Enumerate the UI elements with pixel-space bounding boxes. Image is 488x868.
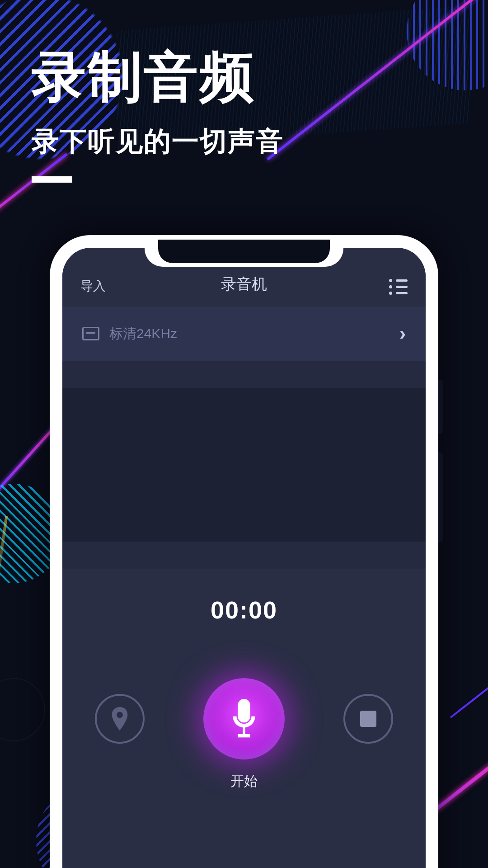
stop-icon: [360, 711, 376, 727]
phone-side-button-icon: [438, 452, 443, 542]
recorder-controls: 00:00 开始: [62, 569, 426, 868]
timer-display: 00:00: [211, 596, 277, 624]
page-title: 录音机: [221, 274, 267, 295]
bg-neon-line: [0, 425, 57, 500]
control-button-row: [95, 678, 393, 760]
import-button[interactable]: 导入: [80, 278, 106, 295]
mark-button[interactable]: [95, 694, 145, 744]
microphone-icon: [229, 699, 259, 739]
bg-stripes-top-right: [407, 0, 488, 90]
record-label: 开始: [230, 772, 258, 791]
hero-underline: [32, 176, 72, 183]
quality-icon: [82, 327, 99, 340]
quality-row[interactable]: 标清24KHz ›: [62, 307, 426, 361]
phone-side-button-icon: [438, 380, 443, 434]
bg-neon-line: [450, 672, 488, 718]
app-screen: 导入 录音机 标清24KHz › 00:00: [62, 248, 426, 868]
hero-subtitle: 录下听见的一切声音: [32, 123, 284, 160]
bg-accent-line: [0, 516, 8, 615]
hero-title: 录制音频: [32, 41, 284, 114]
chevron-right-icon: ›: [399, 323, 406, 344]
menu-list-icon[interactable]: [389, 279, 408, 295]
pin-icon: [110, 707, 129, 731]
waveform-area: [62, 361, 426, 569]
phone-notch: [145, 235, 343, 267]
phone-mockup: 导入 录音机 标清24KHz › 00:00: [50, 235, 438, 868]
record-button[interactable]: [203, 678, 285, 760]
stop-button[interactable]: [343, 694, 393, 744]
bg-neon-line: [267, 0, 488, 160]
quality-label: 标清24KHz: [109, 325, 177, 343]
bg-arc: [0, 678, 45, 741]
hero-headline: 录制音频 录下听见的一切声音: [32, 41, 284, 183]
